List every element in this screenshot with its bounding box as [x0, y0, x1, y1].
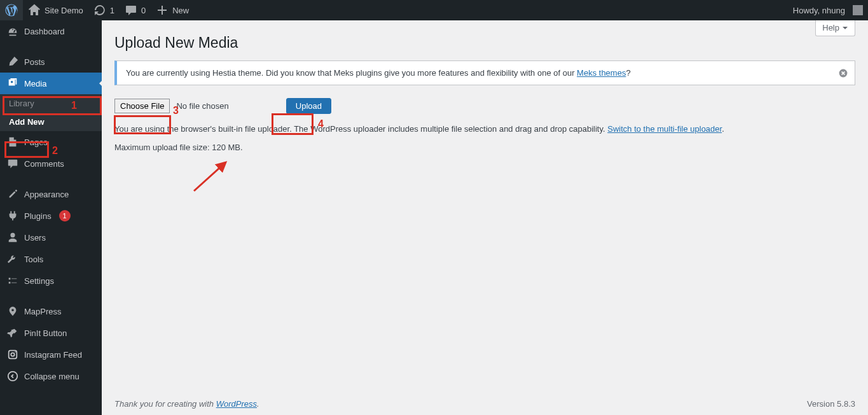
- content-area: Help Upload New Media You are currently …: [102, 20, 868, 415]
- sidebar-item-label: Users: [24, 233, 46, 243]
- sidebar-item-label: Comments: [24, 159, 64, 169]
- admin-sidebar: DashboardPostsMediaLibraryAdd NewPagesCo…: [0, 20, 102, 415]
- sidebar-item-label: Dashboard: [24, 27, 65, 36]
- avatar: [853, 5, 863, 15]
- sidebar-item-label: PinIt Button: [24, 328, 67, 338]
- browser-uploader-text: You are using the browser's built-in fil…: [114, 124, 855, 134]
- annotation-arrow: [191, 159, 235, 196]
- sidebar-item-pages[interactable]: Pages: [0, 131, 102, 153]
- sidebar-item-label: Media: [24, 79, 46, 88]
- chevron-down-icon: [842, 25, 848, 31]
- sidebar-item-media[interactable]: Media: [0, 73, 102, 94]
- submenu-item-library: Library: [0, 94, 102, 112]
- appearance-icon: [6, 188, 19, 200]
- new-label: New: [172, 6, 189, 15]
- wp-logo[interactable]: [0, 0, 23, 20]
- comments-link[interactable]: 0: [120, 0, 151, 20]
- sidebar-item-label: MapPress: [24, 307, 62, 316]
- comments-count-text: 0: [141, 6, 146, 15]
- sidebar-item-mappress[interactable]: MapPress: [0, 300, 102, 322]
- admin-notice: You are currently using Hestia theme. Di…: [114, 60, 855, 85]
- meks-themes-link[interactable]: Meks themes: [577, 68, 626, 78]
- annotation-number-2: 2: [52, 145, 58, 157]
- comments-icon: [6, 157, 19, 170]
- dashboard-icon: [6, 25, 19, 38]
- sidebar-item-label: Instagram Feed: [24, 350, 82, 360]
- sidebar-item-label: Plugins: [24, 211, 52, 221]
- footer-thankyou: Thank you for creating with WordPress.: [114, 399, 259, 409]
- sidebar-item-label: Tools: [24, 255, 43, 264]
- upload-form-row: Choose File No file chosen Upload: [114, 98, 855, 114]
- comment-icon: [125, 4, 137, 17]
- submenu-media: LibraryAdd New: [0, 94, 102, 131]
- wordpress-icon: [5, 4, 18, 17]
- sidebar-item-settings[interactable]: Settings: [0, 270, 102, 292]
- annotation-number-4: 4: [318, 118, 324, 130]
- sidebar-item-label: Pages: [24, 137, 48, 147]
- settings-icon: [6, 274, 19, 287]
- max-upload-size-text: Maximum upload file size: 120 MB.: [114, 143, 855, 152]
- sidebar-item-collapse[interactable]: Collapse menu: [0, 365, 102, 387]
- new-content-link[interactable]: New: [151, 0, 194, 20]
- updates-count: 1: [110, 6, 114, 15]
- sidebar-item-plugins[interactable]: Plugins1: [0, 205, 102, 227]
- help-label: Help: [822, 23, 839, 32]
- admin-footer: Thank you for creating with WordPress. V…: [114, 399, 855, 409]
- file-status-text: No file chosen: [176, 101, 228, 111]
- location-icon: [6, 305, 19, 318]
- site-name-link[interactable]: Site Demo: [23, 0, 88, 20]
- users-icon: [6, 231, 19, 244]
- notice-text: You are currently using Hestia theme. Di…: [126, 68, 631, 78]
- posts-icon: [6, 55, 19, 68]
- help-tab-toggle[interactable]: Help: [815, 20, 855, 36]
- instagram-icon: [6, 348, 19, 361]
- close-icon: [838, 68, 848, 78]
- updates-link[interactable]: 1: [88, 0, 120, 20]
- submenu-item-add-new[interactable]: Add New: [0, 112, 102, 131]
- sidebar-item-instagram[interactable]: Instagram Feed: [0, 344, 102, 365]
- sidebar-item-users[interactable]: Users: [0, 227, 102, 248]
- sidebar-item-label: Collapse menu: [24, 372, 79, 381]
- sidebar-item-appearance[interactable]: Appearance: [0, 183, 102, 205]
- my-account[interactable]: Howdy, nhung: [788, 0, 868, 20]
- sidebar-item-pinit[interactable]: PinIt Button: [0, 322, 102, 344]
- collapse-icon: [6, 370, 19, 383]
- switch-uploader-link[interactable]: Switch to the multi-file uploader: [607, 124, 722, 134]
- home-icon: [28, 4, 41, 17]
- footer-version: Version 5.8.3: [807, 399, 855, 409]
- pin-icon: [6, 327, 19, 339]
- sidebar-item-comments[interactable]: Comments: [0, 153, 102, 174]
- dismiss-notice-button[interactable]: [837, 67, 850, 80]
- sidebar-item-dashboard[interactable]: Dashboard: [0, 20, 102, 42]
- sidebar-item-label: Appearance: [24, 190, 69, 199]
- admin-bar: Site Demo 1 0 New Howdy, nhung: [0, 0, 868, 20]
- plugins-icon: [6, 209, 19, 222]
- choose-file-button[interactable]: Choose File: [114, 99, 170, 113]
- sidebar-item-label: Settings: [24, 276, 54, 286]
- pages-icon: [6, 136, 19, 148]
- site-name-text: Site Demo: [45, 6, 83, 15]
- sidebar-item-tools[interactable]: Tools: [0, 248, 102, 270]
- page-title: Upload New Media: [114, 20, 855, 60]
- svg-line-5: [194, 162, 226, 191]
- upload-button[interactable]: Upload: [286, 98, 331, 114]
- tools-icon: [6, 253, 19, 265]
- annotation-number-1: 1: [71, 100, 77, 111]
- howdy-text: Howdy, nhung: [793, 6, 845, 15]
- update-icon: [93, 4, 106, 17]
- wordpress-link[interactable]: WordPress: [216, 399, 257, 409]
- sidebar-item-label: Posts: [24, 57, 45, 67]
- sidebar-item-posts[interactable]: Posts: [0, 51, 102, 73]
- update-badge: 1: [59, 210, 71, 222]
- annotation-number-3: 3: [173, 105, 179, 116]
- plus-icon: [156, 4, 169, 17]
- media-icon: [6, 77, 19, 90]
